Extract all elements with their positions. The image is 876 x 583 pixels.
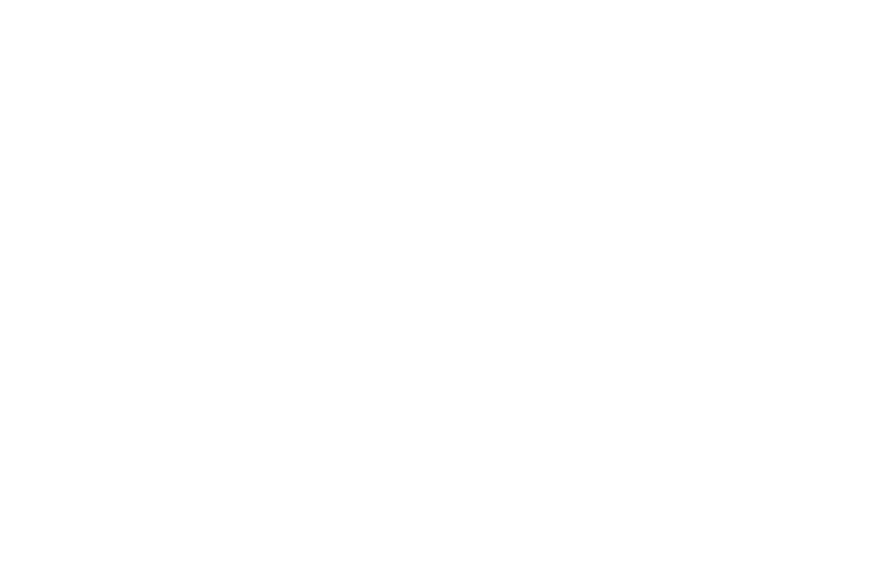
- code-container: [0, 0, 876, 583]
